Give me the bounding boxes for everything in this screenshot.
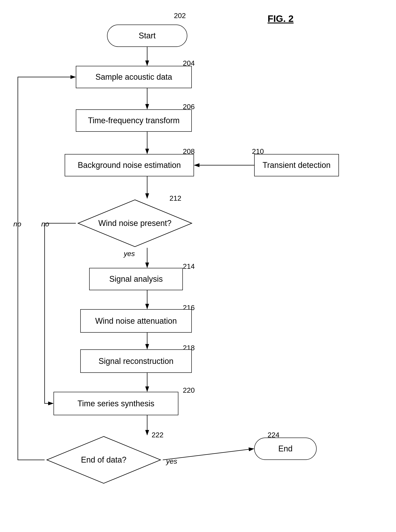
ref-220: 220 [183,386,195,395]
bg-noise-node: Background noise estimation [65,154,194,176]
end-of-data-node: End of data? [45,435,163,484]
end-node: End [254,437,317,460]
ref-202: 202 [174,12,186,20]
time-series-node: Time series synthesis [53,392,178,415]
wind-present-node: Wind noise present? [76,199,194,248]
yes1-label: yes [124,250,135,258]
transient-node: Transient detection [254,154,339,176]
ref-214: 214 [183,262,195,271]
no2-label: no [41,220,49,228]
sample-node: Sample acoustic data [76,66,192,88]
signal-analysis-node: Signal analysis [89,268,183,290]
yes2-label: yes [166,457,177,466]
tf-transform-node: Time-frequency transform [76,109,192,132]
wind-atten-node: Wind noise attenuation [80,309,192,333]
no1-label: no [13,220,21,228]
start-node: Start [107,24,187,47]
figure-title: FIG. 2 [268,13,294,24]
flowchart-diagram: FIG. 2 202 Start 204 Sample acoustic dat… [0,0,396,532]
signal-recon-node: Signal reconstruction [80,349,192,373]
